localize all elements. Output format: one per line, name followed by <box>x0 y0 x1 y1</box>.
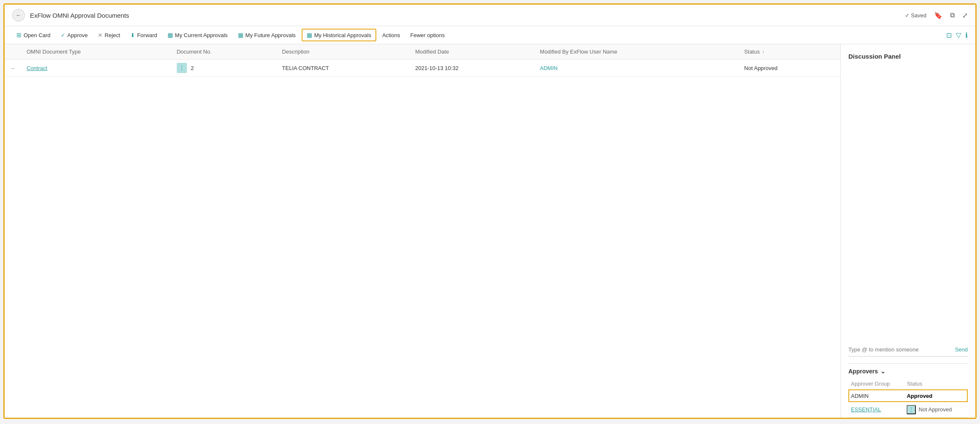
approver-status-essential-cell: ⋮ Not Approved <box>904 402 968 418</box>
approvers-col-group: Approver Group <box>848 379 904 390</box>
open-card-button[interactable]: ⊞ Open Card <box>12 30 55 41</box>
actions-label: Actions <box>382 32 400 38</box>
col-modified-by-label: Modified By ExFlow User Name <box>540 49 618 55</box>
main-content: OMNI Document Type Document No. Descript… <box>5 44 975 418</box>
my-current-approvals-button[interactable]: ▦ My Current Approvals <box>163 30 232 41</box>
approvers-col-status: Status <box>904 379 968 390</box>
essential-context-menu-button[interactable]: ⋮ <box>907 405 916 414</box>
row-context-menu-button[interactable]: ⋮ <box>177 63 187 73</box>
back-button[interactable]: ← <box>12 9 25 22</box>
approvers-chevron: ⌄ <box>880 368 886 375</box>
header-right: ✓ Saved 🔖 ⧉ ⤢ <box>905 11 968 19</box>
approvers-section: Approvers ⌄ Approver Group Status <box>848 368 968 418</box>
info-icon[interactable]: ℹ <box>965 31 968 39</box>
my-historical-approvals-button[interactable]: ▦ My Historical Approvals <box>302 29 376 41</box>
fewer-options-button[interactable]: Fewer options <box>406 30 449 41</box>
approvers-header-row: Approver Group Status <box>848 379 968 390</box>
col-modified-by[interactable]: Modified By ExFlow User Name <box>535 44 739 59</box>
app-title: ExFlow OMNI Approval Documents <box>30 12 900 19</box>
current-approvals-icon: ▦ <box>167 32 173 38</box>
approver-status-admin-cell: Approved <box>904 389 968 402</box>
filter-icon[interactable]: ▽ <box>956 31 961 39</box>
actions-button[interactable]: Actions <box>378 30 405 41</box>
send-button[interactable]: Send <box>955 346 968 353</box>
approve-button[interactable]: ✓ Approve <box>57 30 92 41</box>
row-status: Not Approved <box>744 65 778 71</box>
my-future-approvals-label: My Future Approvals <box>246 32 296 38</box>
row-omni-doc-type-cell: Contract <box>22 59 172 77</box>
toolbar: ⊞ Open Card ✓ Approve ✕ Reject ⬇ Forward… <box>5 26 975 44</box>
row-modified-by-link[interactable]: ADMIN <box>540 65 558 71</box>
mention-input[interactable] <box>848 346 955 353</box>
row-modified-date-cell: 2021-10-13 10:32 <box>410 59 535 77</box>
col-doc-no[interactable]: Document No. <box>172 44 277 59</box>
approvers-title: Approvers <box>848 368 878 375</box>
mention-input-area: Send <box>848 343 968 356</box>
collapse-icon[interactable]: ⤢ <box>962 11 968 19</box>
row-description: TELIA CONTRACT <box>282 65 329 71</box>
row-arrow-icon: → <box>10 65 15 71</box>
row-doc-no-cell: ⋮ 2 <box>172 59 277 77</box>
popout-icon[interactable]: ⧉ <box>950 11 955 19</box>
col-status[interactable]: Status ↑ <box>739 44 840 59</box>
approvals-table: OMNI Document Type Document No. Descript… <box>5 44 840 77</box>
approve-icon: ✓ <box>61 32 65 38</box>
row-modified-date: 2021-10-13 10:32 <box>415 65 459 71</box>
col-omni-doc-type-label: OMNI Document Type <box>27 49 81 55</box>
forward-icon: ⬇ <box>130 32 135 38</box>
row-modified-by-cell: ADMIN <box>535 59 739 77</box>
approver-status-approved: Approved <box>907 393 932 399</box>
header-bar: ← ExFlow OMNI Approval Documents ✓ Saved… <box>5 5 975 26</box>
bookmark-icon[interactable]: 🔖 <box>934 11 942 19</box>
future-approvals-icon: ▦ <box>238 32 243 38</box>
open-card-icon: ⊞ <box>16 32 22 38</box>
table-section: OMNI Document Type Document No. Descript… <box>5 44 840 418</box>
table-row: → Contract ⋮ 2 TELIA CONTRACT <box>5 59 840 77</box>
fewer-options-label: Fewer options <box>410 32 445 38</box>
divider <box>848 363 968 364</box>
discussion-body <box>848 67 968 343</box>
reject-label: Reject <box>105 32 120 38</box>
col-modified-date[interactable]: Modified Date <box>410 44 535 59</box>
row-status-cell: Not Approved <box>739 59 840 77</box>
col-modified-date-label: Modified Date <box>415 49 449 55</box>
approve-label: Approve <box>67 32 88 38</box>
row-arrow-cell: → <box>5 59 22 77</box>
approvers-header[interactable]: Approvers ⌄ <box>848 368 968 375</box>
my-historical-approvals-label: My Historical Approvals <box>314 32 371 38</box>
share-icon[interactable]: ⊡ <box>946 31 952 39</box>
table-header-row: OMNI Document Type Document No. Descript… <box>5 44 840 59</box>
contract-link[interactable]: Contract <box>27 65 47 71</box>
forward-button[interactable]: ⬇ Forward <box>126 30 162 41</box>
discussion-panel-title: Discussion Panel <box>848 53 968 60</box>
discussion-panel: Discussion Panel Send Approvers ⌄ Approv… <box>840 44 975 418</box>
approver-status-not-approved: Not Approved <box>918 406 952 413</box>
reject-icon: ✕ <box>98 32 103 38</box>
approver-group-essential-cell: ESSENTIAL <box>848 402 904 418</box>
approver-row-admin: ADMIN Approved <box>848 389 968 402</box>
approvers-table: Approver Group Status ADMIN Approved <box>848 379 968 418</box>
row-doc-no: 2 <box>191 65 194 71</box>
col-omni-doc-type[interactable]: OMNI Document Type <box>22 44 172 59</box>
status-sort-icon: ↑ <box>762 49 765 54</box>
approver-group-admin-cell: ADMIN <box>848 389 904 402</box>
toolbar-right-icons: ⊡ ▽ ℹ <box>946 31 968 39</box>
approver-row-essential: ESSENTIAL ⋮ Not Approved <box>848 402 968 418</box>
col-doc-no-label: Document No. <box>177 49 212 55</box>
col-description[interactable]: Description <box>277 44 410 59</box>
reject-button[interactable]: ✕ Reject <box>94 30 124 41</box>
open-card-label: Open Card <box>24 32 51 38</box>
approver-group-essential-link[interactable]: ESSENTIAL <box>851 406 881 413</box>
approver-group-admin: ADMIN <box>851 393 869 399</box>
col-arrow <box>5 44 22 59</box>
forward-label: Forward <box>137 32 157 38</box>
col-description-label: Description <box>282 49 310 55</box>
my-current-approvals-label: My Current Approvals <box>175 32 228 38</box>
row-description-cell: TELIA CONTRACT <box>277 59 410 77</box>
col-status-label: Status <box>744 49 760 55</box>
saved-label: ✓ Saved <box>905 12 926 19</box>
historical-approvals-icon: ▦ <box>307 32 312 38</box>
my-future-approvals-button[interactable]: ▦ My Future Approvals <box>234 30 300 41</box>
